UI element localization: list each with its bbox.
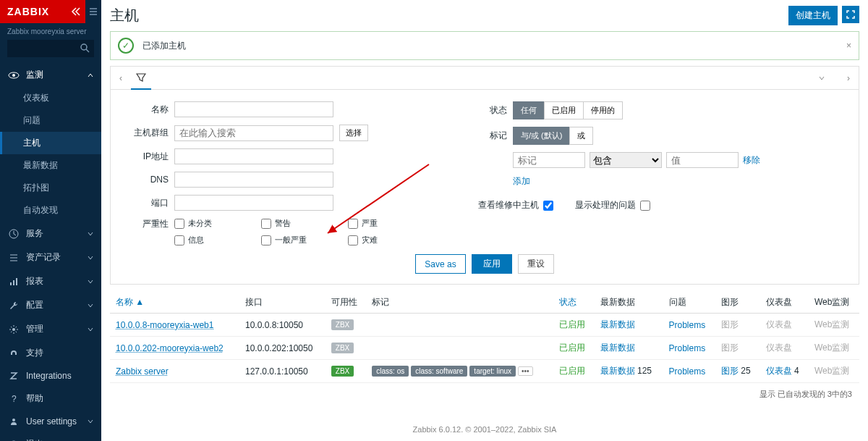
filter-prev-button[interactable]: ‹: [111, 73, 131, 83]
nav-user-settings[interactable]: User settings: [0, 411, 101, 432]
host-name-link[interactable]: 10.0.0.202-mooreyxia-web2: [116, 343, 224, 353]
problems-link[interactable]: Problems: [669, 366, 706, 377]
col-tags: 标记: [366, 292, 553, 314]
nav-discovery[interactable]: 自动发现: [0, 199, 101, 222]
host-interface: 10.0.0.202:10050: [239, 337, 326, 360]
success-text: 已添加主机: [142, 40, 186, 52]
host-tags: class: osclass: softwaretarget: linux•••: [366, 360, 553, 383]
nav-configuration[interactable]: 配置: [0, 293, 101, 317]
col-availability: 可用性: [326, 292, 366, 314]
nav-support[interactable]: 支持: [0, 341, 101, 365]
status-any[interactable]: 任何: [513, 101, 545, 119]
hosts-table: 名称 ▲ 接口 可用性 标记 状态 最新数据 问题 图形 仪表盘 Web监测 1…: [110, 292, 859, 383]
severity-unclassified[interactable]: 未分类: [174, 218, 247, 229]
logo-text: ZABBIX: [0, 6, 49, 17]
filter-collapse-button[interactable]: [818, 75, 838, 82]
problems-link[interactable]: Problems: [669, 343, 706, 353]
fullscreen-button[interactable]: [842, 6, 859, 23]
save-as-button[interactable]: Save as: [415, 254, 465, 274]
host-name-link[interactable]: 10.0.0.8-mooreyxia-web1: [116, 320, 213, 330]
tag-value-input[interactable]: [666, 152, 739, 168]
status-disabled[interactable]: 停用的: [583, 101, 623, 119]
collapse-sidebar-button[interactable]: [67, 7, 85, 17]
zbx-availability-badge: ZBX: [331, 343, 354, 353]
col-status[interactable]: 状态: [553, 292, 594, 314]
host-name-link[interactable]: Zabbix server: [116, 366, 169, 377]
nav-latest-data[interactable]: 最新数据: [0, 154, 101, 177]
filter-icon[interactable]: [131, 67, 151, 90]
filter-port-input[interactable]: [174, 195, 333, 211]
status-enabled[interactable]: 已启用: [544, 101, 584, 119]
nav-problems[interactable]: 问题: [0, 109, 101, 132]
reset-button[interactable]: 重设: [518, 254, 554, 274]
latest-data-link[interactable]: 最新数据: [600, 319, 635, 329]
nav-services[interactable]: 服务: [0, 222, 101, 245]
nav-hosts[interactable]: 主机: [0, 132, 101, 154]
nav-dashboards[interactable]: 仪表板: [0, 87, 101, 109]
dashboards-link[interactable]: 仪表盘: [766, 366, 792, 376]
host-interface: 10.0.0.8:10050: [239, 314, 326, 337]
tag-name-input[interactable]: [513, 152, 585, 168]
filter-dns-input[interactable]: [174, 172, 333, 188]
nav-maps[interactable]: 拓扑图: [0, 177, 101, 199]
severity-information[interactable]: 信息: [174, 235, 247, 245]
problems-link[interactable]: Problems: [669, 320, 706, 330]
severity-disaster[interactable]: 灾难: [348, 235, 420, 245]
select-hostgroups-button[interactable]: 选择: [339, 125, 368, 141]
nav-inventory[interactable]: 资产记录: [0, 245, 101, 269]
severity-warning[interactable]: 警告: [261, 218, 333, 229]
more-tags-button[interactable]: •••: [518, 366, 533, 376]
chevron-down-icon: [87, 230, 94, 238]
maintenance-label: 查看维修中主机: [478, 199, 539, 211]
chevron-up-icon: [87, 72, 94, 79]
support-icon: [7, 348, 20, 358]
host-tags: [366, 337, 553, 360]
tag-add-link[interactable]: 添加: [513, 176, 530, 186]
latest-data-link[interactable]: 最新数据: [600, 366, 635, 376]
nav-reports[interactable]: 报表: [0, 269, 101, 293]
nav-monitoring[interactable]: 监测: [0, 63, 101, 87]
svg-point-10: [12, 419, 15, 421]
nav-administration[interactable]: 管理: [0, 317, 101, 341]
graphs-link: 图形: [721, 319, 739, 329]
filter-port-label: 端口: [125, 197, 169, 209]
svg-point-8: [12, 328, 15, 331]
chevron-down-icon: [87, 418, 94, 425]
severity-average[interactable]: 一般严重: [261, 235, 333, 245]
graphs-count: 25: [741, 366, 750, 376]
col-name[interactable]: 名称 ▲: [110, 292, 239, 314]
tag-mode-or[interactable]: 或: [569, 127, 593, 145]
tag-operator-select[interactable]: 包含: [590, 152, 662, 168]
nav-integrations[interactable]: Integrations: [0, 365, 101, 387]
host-interface: 127.0.0.1:10050: [239, 360, 326, 383]
severity-high[interactable]: 严重: [348, 218, 420, 229]
filter-panel: ‹ › 名称 主机群组: [110, 66, 859, 285]
latest-data-link[interactable]: 最新数据: [600, 343, 635, 353]
graphs-link[interactable]: 图形: [721, 366, 739, 376]
col-latest: 最新数据: [595, 292, 663, 314]
filter-hostgroups-input[interactable]: [174, 125, 333, 141]
apply-button[interactable]: 应用: [472, 254, 512, 274]
web-link: Web监测: [814, 366, 849, 376]
filter-name-input[interactable]: [174, 101, 333, 117]
nav-logout[interactable]: 退出: [0, 432, 101, 441]
maintenance-checkbox[interactable]: [543, 201, 553, 211]
col-problems: 问题: [663, 292, 715, 314]
banner-close-button[interactable]: ×: [846, 41, 851, 51]
col-web: Web监测: [809, 292, 859, 314]
search-icon[interactable]: [80, 43, 90, 53]
col-graphs: 图形: [715, 292, 760, 314]
tag-mode-andor[interactable]: 与/或 (默认): [513, 127, 570, 145]
nav-help[interactable]: ? 帮助: [0, 387, 101, 411]
filter-ip-input[interactable]: [174, 148, 333, 164]
web-link: Web监测: [814, 343, 849, 353]
filter-next-button[interactable]: ›: [838, 73, 859, 83]
z-icon: [7, 371, 20, 381]
server-name-label: Zabbix mooreyxia server: [0, 23, 101, 40]
create-host-button[interactable]: 创建主机: [788, 6, 838, 25]
list-icon: [7, 253, 20, 263]
web-link: Web监测: [814, 319, 849, 329]
tag-remove-link[interactable]: 移除: [743, 154, 760, 167]
suppressed-checkbox[interactable]: [640, 201, 650, 211]
sidebar-menu-toggle[interactable]: [85, 0, 101, 23]
